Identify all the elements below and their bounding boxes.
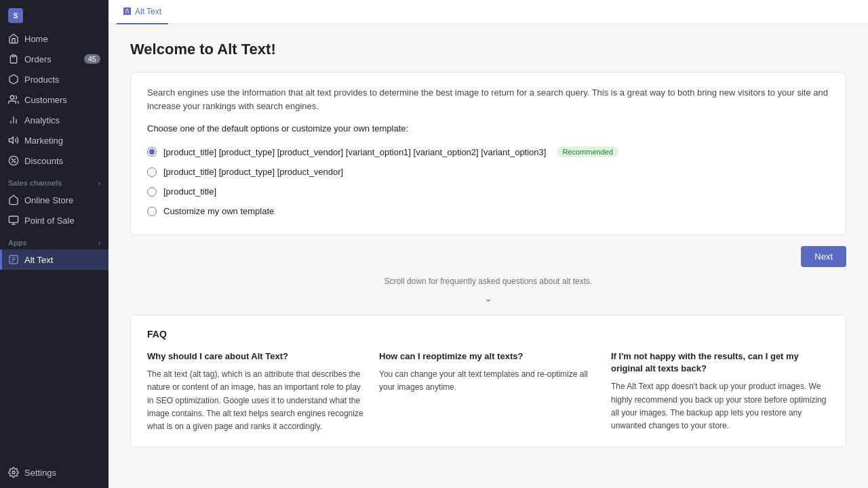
svg-rect-0: [12, 55, 15, 57]
svg-marker-5: [9, 137, 13, 143]
radio-option-2[interactable]: [product_title] [product_type] [product_…: [147, 162, 829, 182]
sidebar-item-analytics-label: Analytics: [24, 115, 60, 125]
faq-item-3: If I'm not happy with the results, can I…: [611, 350, 829, 433]
sidebar-item-discounts-label: Discounts: [24, 156, 63, 166]
pos-icon: [8, 215, 19, 226]
svg-point-1: [10, 96, 14, 99]
svg-rect-10: [9, 216, 18, 222]
main-area: 🅰 Alt Text Welcome to Alt Text! Search e…: [108, 0, 868, 488]
faq-answer-2: You can change your alt text templates a…: [379, 368, 597, 394]
sidebar-item-products-label: Products: [24, 75, 59, 85]
page-title: Welcome to Alt Text!: [130, 41, 846, 58]
sidebar-settings-label: Settings: [24, 468, 56, 478]
tab-alt-text[interactable]: 🅰 Alt Text: [117, 0, 168, 24]
radio-label-4: Customize my own template: [163, 206, 274, 216]
sidebar-item-orders-label: Orders: [24, 54, 52, 64]
faq-question-2: How can I reoptimize my alt texts?: [379, 350, 597, 363]
discounts-icon: [8, 155, 19, 166]
apps-section: Apps ›: [0, 230, 108, 249]
faq-card: FAQ Why should I care about Alt Text? Th…: [130, 314, 846, 447]
sidebar-item-online-store-label: Online Store: [24, 195, 73, 205]
analytics-icon: [8, 115, 19, 125]
faq-answer-1: The alt text (alt tag), which is an attr…: [147, 368, 366, 433]
customers-icon: [8, 94, 19, 105]
sales-channels-chevron[interactable]: ›: [98, 180, 100, 187]
marketing-icon: [8, 135, 19, 146]
choose-label: Choose one of the default options or cus…: [147, 123, 829, 134]
svg-point-14: [12, 471, 15, 474]
orders-badge: 45: [84, 54, 100, 64]
sidebar-item-online-store[interactable]: Online Store: [0, 190, 108, 210]
faq-question-1: Why should I care about Alt Text?: [147, 350, 366, 363]
main-card: Search engines use the information that …: [130, 72, 846, 235]
sidebar-bottom: Settings: [0, 462, 108, 483]
sidebar-item-customers[interactable]: Customers: [0, 89, 108, 110]
orders-icon: [8, 54, 19, 64]
tab-bar: 🅰 Alt Text: [108, 0, 868, 24]
alt-text-app-icon: [8, 254, 19, 265]
scroll-hint-text: Scroll down for frequently asked questio…: [130, 275, 846, 287]
sidebar-item-alt-text-label: Alt Text: [24, 255, 53, 265]
radio-option-4[interactable]: Customize my own template: [147, 201, 829, 221]
radio-input-1[interactable]: [147, 147, 157, 157]
radio-input-3[interactable]: [147, 187, 157, 197]
card-description: Search engines use the information that …: [147, 86, 829, 113]
apps-chevron[interactable]: ›: [98, 239, 100, 247]
products-icon: [8, 74, 19, 85]
sidebar-item-pos[interactable]: Point of Sale: [0, 210, 108, 230]
sidebar-item-pos-label: Point of Sale: [24, 216, 75, 226]
tab-alt-text-label: Alt Text: [135, 7, 161, 16]
faq-grid: Why should I care about Alt Text? The al…: [147, 350, 829, 433]
sidebar-item-discounts[interactable]: Discounts: [0, 150, 108, 171]
faq-item-2: How can I reoptimize my alt texts? You c…: [379, 350, 597, 433]
sidebar-item-alt-text[interactable]: Alt Text: [0, 249, 108, 270]
faq-item-1: Why should I care about Alt Text? The al…: [147, 350, 366, 433]
sidebar-item-settings[interactable]: Settings: [0, 462, 108, 483]
radio-input-2[interactable]: [147, 167, 157, 177]
content-area: Welcome to Alt Text! Search engines use …: [108, 24, 868, 488]
radio-input-4[interactable]: [147, 207, 157, 216]
faq-question-3: If I'm not happy with the results, can I…: [611, 350, 829, 375]
radio-option-3[interactable]: [product_title]: [147, 182, 829, 201]
home-icon: [8, 33, 19, 44]
radio-label-2: [product_title] [product_type] [product_…: [163, 167, 343, 177]
sidebar-item-analytics[interactable]: Analytics: [0, 110, 108, 130]
sidebar-logo: S: [0, 0, 108, 28]
sidebar: S Home Orders 45: [0, 0, 108, 488]
radio-option-1[interactable]: [product_title] [product_type] [product_…: [147, 142, 829, 162]
sidebar-item-marketing[interactable]: Marketing: [0, 130, 108, 150]
recommended-badge: Recommended: [557, 146, 618, 157]
sales-channels-section: Sales channels ›: [0, 171, 108, 190]
settings-icon: [8, 467, 19, 478]
sidebar-item-orders[interactable]: Orders 45: [0, 49, 108, 69]
radio-label-1: [product_title] [product_type] [product_…: [163, 147, 546, 157]
faq-answer-3: The Alt Text app doesn't back up your pr…: [611, 380, 829, 432]
radio-label-3: [product_title]: [163, 186, 216, 197]
next-button[interactable]: Next: [801, 246, 846, 267]
scroll-chevron-icon: ⌄: [130, 293, 846, 304]
online-store-icon: [8, 195, 19, 205]
sidebar-item-marketing-label: Marketing: [24, 136, 63, 146]
svg-point-8: [12, 159, 12, 159]
svg-point-9: [14, 161, 15, 162]
faq-title: FAQ: [147, 329, 829, 340]
sidebar-item-customers-label: Customers: [24, 95, 67, 105]
sidebar-item-home-label: Home: [24, 34, 48, 44]
next-button-row: Next: [130, 246, 846, 267]
sidebar-item-home[interactable]: Home: [0, 28, 108, 49]
sidebar-item-products[interactable]: Products: [0, 69, 108, 89]
tab-alt-text-icon: 🅰: [123, 7, 131, 16]
store-logo-icon: S: [8, 8, 23, 23]
sidebar-nav: Home Orders 45 Products: [0, 28, 108, 462]
